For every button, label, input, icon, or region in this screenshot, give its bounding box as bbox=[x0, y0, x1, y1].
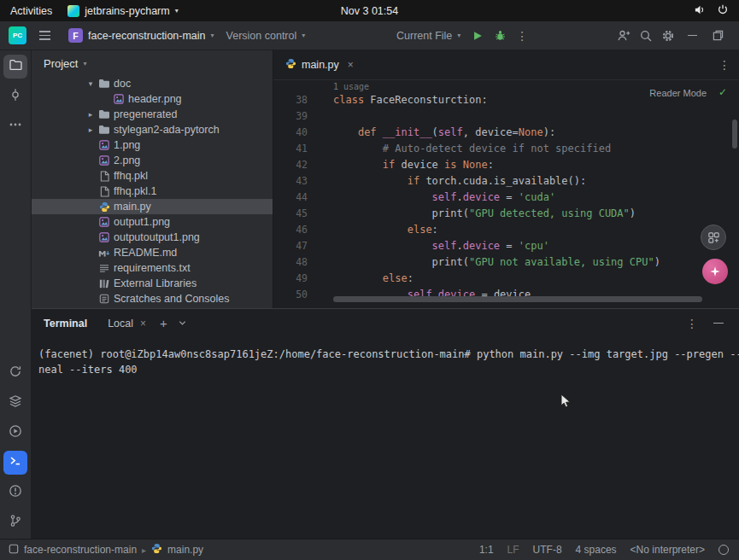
minimize-button[interactable] bbox=[679, 25, 705, 47]
stripe-bottom bbox=[3, 361, 27, 534]
chevron-down-icon: ▾ bbox=[83, 60, 86, 67]
horizontal-scrollbar[interactable] bbox=[333, 296, 702, 302]
mouse-cursor bbox=[560, 394, 573, 412]
tree-item-output1-png[interactable]: output1.png bbox=[32, 214, 273, 230]
terminal-output[interactable]: (facenet) root@iZbp14aw0nsc8sap7161jeZ:/… bbox=[32, 337, 739, 539]
project-widget[interactable]: F face-reconstruction-main ▾ bbox=[62, 26, 220, 45]
code-line-49[interactable]: 49 else: bbox=[273, 271, 739, 287]
new-terminal-icon[interactable]: + bbox=[160, 317, 167, 330]
commit-button[interactable] bbox=[3, 85, 27, 108]
app-menu-label: jetbrains-pycharm bbox=[85, 5, 169, 17]
services-button[interactable] bbox=[3, 391, 27, 415]
chevron-down-icon[interactable]: ▾ bbox=[85, 79, 96, 88]
code-line-44[interactable]: 44 self.device = 'cuda' bbox=[273, 190, 739, 206]
editor: main.py × ⋮ 1 usage 38class FaceReconstu… bbox=[273, 50, 739, 308]
folder-icon bbox=[97, 109, 111, 120]
search-icon[interactable] bbox=[635, 25, 657, 47]
tree-item-doc[interactable]: ▾doc bbox=[32, 76, 273, 91]
code-line-47[interactable]: 47 self.device = 'cpu' bbox=[273, 238, 739, 254]
project-button[interactable] bbox=[3, 55, 27, 79]
chevron-right-icon[interactable]: ▸ bbox=[85, 110, 96, 119]
power-icon[interactable] bbox=[717, 3, 729, 18]
terminal-tab-local[interactable]: Local × bbox=[108, 318, 146, 330]
pycharm-logo[interactable]: PC bbox=[9, 26, 26, 44]
problems-button[interactable] bbox=[3, 481, 27, 505]
tree-item-scratches-and-consoles[interactable]: Scratches and Consoles bbox=[32, 291, 273, 306]
version-control-button[interactable] bbox=[3, 510, 27, 534]
code-text: self.device = 'cpu' bbox=[333, 238, 549, 254]
tree-item-readme-md[interactable]: README.md bbox=[32, 245, 273, 260]
inspections-ok-icon[interactable]: ✓ bbox=[718, 86, 727, 98]
python-packages-button[interactable] bbox=[3, 361, 27, 385]
run-tool-button[interactable] bbox=[3, 421, 27, 445]
ai-assistant-button[interactable] bbox=[702, 259, 728, 284]
tree-item-external-libraries[interactable]: External Libraries bbox=[32, 276, 273, 291]
library-icon bbox=[97, 278, 111, 289]
code-line-46[interactable]: 46 else: bbox=[273, 222, 739, 238]
layers-icon bbox=[9, 394, 22, 411]
tree-item-2-png[interactable]: 2.png bbox=[32, 153, 273, 168]
hide-panel-icon[interactable] bbox=[713, 323, 724, 324]
status-file-name[interactable]: main.py bbox=[167, 544, 203, 556]
tree-item-pregenerated[interactable]: ▸pregenerated bbox=[32, 107, 273, 122]
editor-more-icon[interactable]: ⋮ bbox=[718, 59, 730, 71]
code-with-me-icon[interactable] bbox=[613, 25, 635, 47]
code-line-40[interactable]: 40 def __init__(self, device=None): bbox=[273, 125, 739, 141]
progress-circle-icon[interactable] bbox=[718, 545, 729, 555]
terminal-button[interactable] bbox=[3, 451, 27, 475]
version-control-widget[interactable]: Version control ▾ bbox=[220, 27, 312, 44]
project-badge: F bbox=[68, 28, 83, 43]
more-actions-icon[interactable]: ⋮ bbox=[511, 25, 533, 47]
terminal-options-chevron-icon[interactable] bbox=[178, 318, 187, 328]
clock[interactable]: Nov 3 01:54 bbox=[341, 5, 398, 17]
interpreter-setting[interactable]: <No interpreter> bbox=[630, 544, 705, 556]
run-button[interactable] bbox=[466, 25, 489, 47]
tree-item-requirements-txt[interactable]: requirements.txt bbox=[32, 260, 273, 276]
vertical-scrollbar[interactable] bbox=[732, 120, 737, 149]
status-bar: face-reconstruction-main ▸ main.py 1:1 L… bbox=[0, 539, 739, 560]
terminal-title[interactable]: Terminal bbox=[44, 318, 87, 330]
app-menu-button[interactable]: jetbrains-pycharm ▾ bbox=[67, 5, 178, 17]
tree-item-stylegan2-ada-pytorch[interactable]: ▸stylegan2-ada-pytorch bbox=[32, 122, 273, 137]
close-icon[interactable]: × bbox=[348, 59, 354, 71]
indent-setting[interactable]: 4 spaces bbox=[576, 544, 617, 556]
volume-icon[interactable] bbox=[694, 3, 707, 19]
terminal-line: neal --iters 400 bbox=[38, 362, 732, 377]
code-line-45[interactable]: 45 print("GPU detected, using CUDA") bbox=[273, 206, 739, 222]
tree-item-outputoutput1-png[interactable]: outputoutput1.png bbox=[32, 230, 273, 245]
close-icon[interactable]: × bbox=[140, 318, 146, 330]
chevron-right-icon[interactable]: ▸ bbox=[85, 125, 96, 134]
file-encoding[interactable]: UTF-8 bbox=[533, 544, 562, 556]
line-number: 43 bbox=[273, 173, 333, 190]
debug-button[interactable] bbox=[489, 25, 511, 47]
run-config-widget[interactable]: Current File ▾ bbox=[390, 27, 466, 44]
code-line-41[interactable]: 41 # Auto-detect device if not specified bbox=[273, 141, 739, 157]
tree-item-header-png[interactable]: header.png bbox=[32, 91, 273, 107]
activities-button[interactable]: Activities bbox=[10, 5, 52, 17]
code-line-42[interactable]: 42 if device is None: bbox=[273, 157, 739, 173]
line-ending[interactable]: LF bbox=[507, 544, 519, 556]
tree-item-main-py[interactable]: main.py bbox=[32, 199, 273, 214]
status-project-name[interactable]: face-reconstruction-main bbox=[24, 544, 137, 556]
project-panel-header[interactable]: Project ▾ bbox=[32, 50, 273, 76]
terminal-more-icon[interactable]: ⋮ bbox=[686, 318, 698, 330]
line-number: 42 bbox=[273, 157, 333, 173]
code-line-48[interactable]: 48 print("GPU not available, using CPU") bbox=[273, 254, 739, 271]
tree-item-ffhq-pkl[interactable]: ffhq.pkl bbox=[32, 168, 273, 184]
settings-gear-icon[interactable] bbox=[657, 25, 679, 47]
reader-mode-label[interactable]: Reader Mode bbox=[649, 88, 707, 98]
caret-position[interactable]: 1:1 bbox=[479, 544, 494, 556]
code-area[interactable]: 1 usage 38class FaceReconsturction:3940 … bbox=[273, 80, 739, 308]
code-line-39[interactable]: 39 bbox=[273, 108, 739, 125]
more-tools-button[interactable] bbox=[3, 114, 27, 138]
tree-item-1-png[interactable]: 1.png bbox=[32, 137, 273, 153]
tree-item-ffhq-pkl-1[interactable]: ffhq.pkl.1 bbox=[32, 184, 273, 199]
tab-main-py[interactable]: main.py × bbox=[285, 50, 354, 79]
python-file-icon bbox=[151, 543, 162, 557]
restore-button[interactable] bbox=[705, 25, 730, 47]
floating-widget-button[interactable] bbox=[701, 225, 726, 250]
more-icon bbox=[9, 118, 22, 135]
main-menu-icon[interactable] bbox=[33, 25, 56, 47]
code-lines: 38class FaceReconsturction:3940 def __in… bbox=[273, 92, 739, 303]
code-line-43[interactable]: 43 if torch.cuda.is_available(): bbox=[273, 173, 739, 190]
